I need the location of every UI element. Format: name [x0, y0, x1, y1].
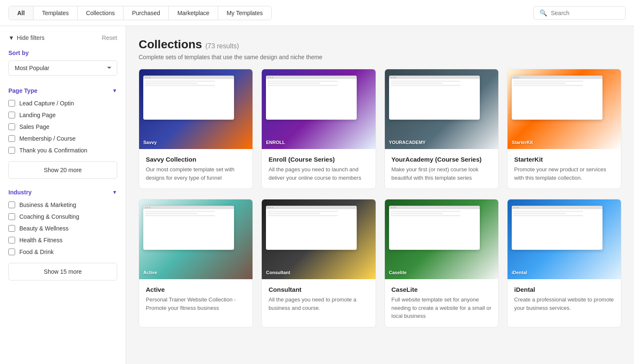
collections-grid-row-1: Savvy Savvy Collection Our most complete… — [139, 69, 621, 189]
checkbox-landing-page[interactable]: Landing Page — [8, 112, 117, 118]
card-idental-browser-mock — [512, 206, 602, 250]
hide-filters-label: Hide filters — [17, 34, 45, 41]
card-consultant[interactable]: Consultant Consultant All the pages you … — [261, 199, 376, 327]
sort-section: Sort by Most Popular Newest Oldest A-Z — [8, 50, 117, 76]
card-youracademy-title: YourAcademy (Course Series) — [392, 156, 492, 163]
hide-filters-button[interactable]: ▼ Hide filters — [8, 34, 45, 41]
card-youracademy-logo: YOURACADEMY — [389, 140, 426, 145]
card-active[interactable]: Active Active Personal Trainer Website C… — [139, 199, 253, 327]
card-idental-desc: Create a professional website to promote… — [514, 296, 614, 312]
card-starterkit-desc: Promote your new product or services wit… — [514, 165, 614, 182]
checkbox-business-marketing-label: Business & Marketing — [19, 202, 76, 208]
card-savvy-desc: Our most complete template set with desi… — [146, 165, 246, 182]
industry-chevron-icon: ▼ — [112, 189, 117, 195]
card-savvy-image: Savvy — [139, 69, 253, 149]
collections-subtitle: Complete sets of templates that use the … — [139, 54, 621, 60]
show-20-more-button[interactable]: Show 20 more — [8, 161, 117, 179]
checkbox-beauty-wellness[interactable]: Beauty & Wellness — [8, 225, 117, 232]
card-caselite-desc: Full website template set for anyone nee… — [392, 296, 492, 320]
nav-tab-group: All Templates Collections Purchased Mark… — [8, 6, 272, 20]
card-consultant-logo: Consultant — [266, 270, 290, 275]
tab-my-templates[interactable]: My Templates — [218, 6, 271, 20]
card-consultant-image: Consultant — [262, 199, 375, 279]
collections-grid-row-2: Active Active Personal Trainer Website C… — [139, 199, 621, 327]
checkbox-sales-page-label: Sales Page — [19, 123, 50, 130]
checkbox-membership-course-input[interactable] — [8, 135, 15, 142]
checkbox-business-marketing[interactable]: Business & Marketing — [8, 202, 117, 208]
checkbox-membership-course[interactable]: Membership / Course — [8, 135, 117, 142]
show-15-more-button[interactable]: Show 15 more — [8, 263, 117, 280]
filter-header: ▼ Hide filters Reset — [8, 34, 117, 41]
card-active-logo: Active — [143, 270, 157, 275]
card-savvy-logo: Savvy — [143, 140, 157, 145]
card-enroll-logo: ENROLL — [266, 140, 285, 145]
card-caselite-title: CaseLite — [392, 286, 492, 293]
collections-title-text: Collections — [139, 38, 202, 51]
checkbox-health-fitness[interactable]: Health & Fitness — [8, 237, 117, 244]
card-caselite[interactable]: Caselite CaseLite Full website template … — [384, 199, 499, 327]
checkbox-membership-course-label: Membership / Course — [19, 135, 76, 142]
checkbox-sales-page[interactable]: Sales Page — [8, 123, 117, 130]
tab-templates[interactable]: Templates — [34, 6, 78, 20]
card-idental-logo: iDental — [512, 270, 527, 275]
checkbox-food-drink-input[interactable] — [8, 249, 15, 255]
tab-purchased[interactable]: Purchased — [124, 6, 169, 20]
sort-select[interactable]: Most Popular Newest Oldest A-Z — [8, 60, 117, 76]
checkbox-business-marketing-input[interactable] — [8, 202, 15, 208]
card-active-body: Active Personal Trainer Website Collecti… — [139, 279, 253, 319]
card-youracademy[interactable]: YOURACADEMY YourAcademy (Course Series) … — [384, 69, 499, 189]
checkbox-health-fitness-input[interactable] — [8, 237, 15, 244]
card-youracademy-browser-mock — [389, 76, 480, 120]
main-layout: ▼ Hide filters Reset Sort by Most Popula… — [0, 26, 634, 364]
card-youracademy-body: YourAcademy (Course Series) Make your fi… — [385, 149, 498, 189]
tab-all[interactable]: All — [9, 6, 34, 20]
checkbox-lead-capture[interactable]: Lead Capture / Optin — [8, 100, 117, 107]
card-starterkit-title: StarterKit — [514, 156, 614, 163]
page-type-chevron-icon: ▼ — [112, 88, 117, 94]
checkbox-thank-you-input[interactable] — [8, 147, 15, 154]
card-active-desc: Personal Trainer Website Collection - Pr… — [146, 296, 246, 312]
card-savvy[interactable]: Savvy Savvy Collection Our most complete… — [139, 69, 253, 189]
reset-button[interactable]: Reset — [102, 34, 117, 41]
card-enroll-browser-mock — [266, 76, 357, 120]
checkbox-lead-capture-input[interactable] — [8, 100, 15, 107]
checkbox-sales-page-input[interactable] — [8, 123, 15, 130]
industry-title: Industry — [8, 189, 32, 196]
card-active-browser-mock — [143, 206, 234, 250]
checkbox-landing-page-input[interactable] — [8, 112, 15, 118]
card-consultant-body: Consultant All the pages you need to pro… — [262, 279, 375, 319]
checkbox-thank-you-label: Thank you & Confirmation — [19, 147, 87, 154]
checkbox-coaching-consulting[interactable]: Coaching & Consulting — [8, 213, 117, 220]
card-caselite-browser-mock — [389, 206, 480, 250]
checkbox-coaching-consulting-label: Coaching & Consulting — [19, 213, 79, 220]
collections-header: Collections (73 results) Complete sets o… — [139, 38, 621, 60]
card-starterkit[interactable]: StarterKit StarterKit Promote your new p… — [507, 69, 621, 189]
card-idental[interactable]: iDental iDental Create a professional we… — [507, 199, 621, 327]
checkbox-food-drink[interactable]: Food & Drink — [8, 249, 117, 255]
card-enroll[interactable]: ENROLL Enroll (Course Series) All the pa… — [261, 69, 376, 189]
tab-collections[interactable]: Collections — [78, 6, 124, 20]
checkbox-lead-capture-label: Lead Capture / Optin — [19, 100, 74, 107]
card-caselite-image: Caselite — [385, 199, 498, 279]
checkbox-beauty-wellness-label: Beauty & Wellness — [19, 225, 68, 232]
sort-by-label: Sort by — [8, 50, 117, 56]
top-navigation: All Templates Collections Purchased Mark… — [0, 0, 634, 26]
tab-marketplace[interactable]: Marketplace — [169, 6, 218, 20]
card-caselite-body: CaseLite Full website template set for a… — [385, 279, 498, 327]
checkbox-coaching-consulting-input[interactable] — [8, 213, 15, 220]
page-type-title: Page Type — [8, 87, 37, 94]
industry-filter: Industry ▼ Business & Marketing Coaching… — [8, 189, 117, 280]
collections-title: Collections (73 results) — [139, 38, 621, 51]
checkbox-beauty-wellness-input[interactable] — [8, 225, 15, 232]
page-type-header: Page Type ▼ — [8, 87, 117, 94]
search-input[interactable] — [551, 10, 619, 16]
search-icon: 🔍 — [539, 9, 547, 17]
card-starterkit-body: StarterKit Promote your new product or s… — [508, 149, 621, 189]
card-savvy-browser-mock — [143, 76, 234, 120]
filter-icon: ▼ — [8, 34, 14, 41]
industry-header: Industry ▼ — [8, 189, 117, 196]
card-savvy-body: Savvy Collection Our most complete templ… — [139, 149, 253, 189]
card-active-image: Active — [139, 199, 253, 279]
checkbox-health-fitness-label: Health & Fitness — [19, 237, 63, 244]
checkbox-thank-you[interactable]: Thank you & Confirmation — [8, 147, 117, 154]
